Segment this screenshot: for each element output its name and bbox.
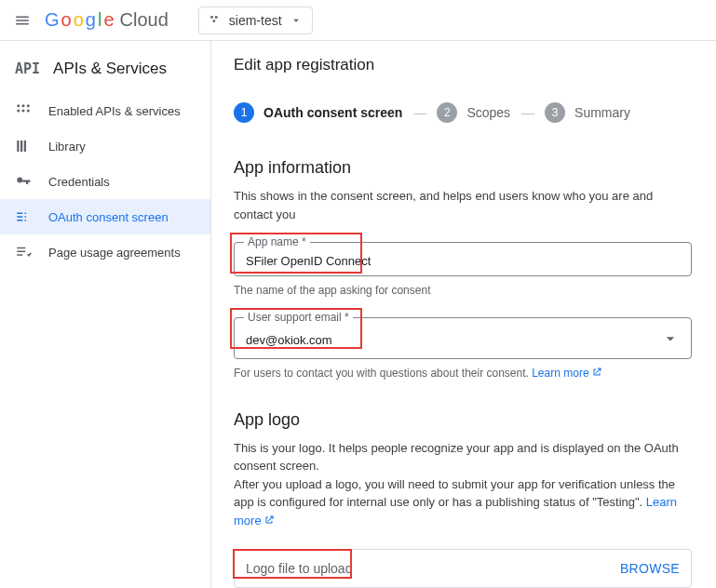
google-cloud-logo[interactable]: Google Cloud: [45, 9, 169, 31]
svg-rect-13: [17, 216, 22, 218]
sidebar-item-label: Enabled APIs & services: [48, 104, 181, 118]
sidebar-item-oauth-consent[interactable]: OAuth consent screen: [0, 199, 210, 234]
svg-point-1: [214, 16, 217, 19]
app-info-desc: This shows in the consent screen, and he…: [234, 187, 692, 223]
sidebar-item-credentials[interactable]: Credentials: [0, 164, 210, 199]
external-link-icon: [263, 513, 275, 531]
external-link-icon: [591, 366, 602, 382]
svg-point-5: [27, 104, 30, 107]
svg-rect-19: [17, 251, 25, 253]
svg-rect-12: [17, 213, 22, 215]
stepper: 1 OAuth consent screen — 2 Scopes — 3 Su…: [234, 102, 692, 123]
svg-rect-17: [25, 220, 27, 221]
app-name-label: App name *: [244, 235, 310, 248]
app-name-input[interactable]: [246, 254, 680, 268]
svg-rect-11: [24, 140, 26, 152]
key-icon: [15, 173, 32, 190]
step-label: OAuth consent screen: [263, 105, 402, 120]
project-name: siem-test: [229, 13, 282, 28]
sidebar: API APIs & Services Enabled APIs & servi…: [0, 41, 211, 588]
svg-point-0: [210, 16, 213, 19]
step-number: 1: [234, 102, 254, 123]
upload-placeholder: Logo file to upload: [246, 561, 352, 576]
sidebar-title[interactable]: API APIs & Services: [0, 52, 210, 93]
support-email-field[interactable]: User support email * dev@okiok.com: [234, 317, 692, 359]
consent-icon: [15, 208, 32, 225]
hamburger-menu[interactable]: [11, 9, 34, 32]
chevron-down-icon: [661, 329, 680, 351]
step-separator: —: [521, 105, 534, 120]
step-separator: —: [413, 105, 426, 120]
learn-more-link[interactable]: Learn more: [532, 367, 601, 380]
step-label: Summary: [574, 105, 630, 120]
sidebar-item-label: Page usage agreements: [48, 246, 181, 260]
app-info-heading: App information: [234, 158, 692, 178]
svg-rect-18: [17, 247, 25, 249]
svg-point-7: [22, 110, 25, 113]
svg-rect-10: [20, 140, 22, 152]
project-selector[interactable]: siem-test: [198, 7, 313, 34]
step-oauth-consent[interactable]: 1 OAuth consent screen: [234, 102, 402, 123]
app-logo-desc: This is your logo. It helps people recog…: [234, 439, 692, 530]
chevron-down-icon: [290, 14, 303, 27]
page-title: Edit app registration: [234, 56, 692, 74]
app-name-helper: The name of the app asking for consent: [234, 282, 692, 299]
sidebar-item-label: Library: [48, 140, 86, 154]
sidebar-item-library[interactable]: Library: [0, 128, 210, 164]
svg-rect-9: [17, 140, 19, 152]
step-scopes[interactable]: 2 Scopes: [437, 102, 510, 123]
support-email-label: User support email *: [244, 311, 353, 324]
step-number: 2: [437, 102, 457, 123]
svg-rect-16: [25, 216, 27, 218]
app-name-field[interactable]: App name *: [234, 242, 692, 276]
sidebar-item-label: Credentials: [48, 175, 110, 189]
sidebar-item-enabled-apis[interactable]: Enabled APIs & services: [0, 93, 210, 128]
app-logo-heading: App logo: [234, 410, 692, 430]
svg-point-4: [22, 104, 25, 107]
svg-point-3: [17, 104, 20, 107]
svg-point-2: [212, 20, 215, 22]
support-email-value: dev@okiok.com: [246, 333, 661, 347]
browse-button[interactable]: BROWSE: [620, 561, 680, 576]
svg-point-6: [17, 110, 20, 113]
agreements-icon: [15, 244, 32, 261]
api-icon: API: [15, 60, 40, 77]
sidebar-item-label: OAuth consent screen: [48, 210, 169, 224]
step-number: 3: [545, 102, 565, 123]
sidebar-item-page-usage[interactable]: Page usage agreements: [0, 234, 210, 270]
svg-rect-14: [17, 220, 22, 221]
svg-point-8: [27, 110, 30, 113]
step-summary[interactable]: 3 Summary: [545, 102, 630, 123]
support-email-helper: For users to contact you with questions …: [234, 365, 692, 382]
svg-rect-15: [25, 213, 27, 215]
svg-rect-20: [17, 254, 22, 256]
logo-upload-field[interactable]: Logo file to upload BROWSE: [234, 549, 692, 588]
dashboard-icon: [15, 102, 32, 119]
library-icon: [15, 138, 32, 154]
step-label: Scopes: [466, 105, 510, 120]
